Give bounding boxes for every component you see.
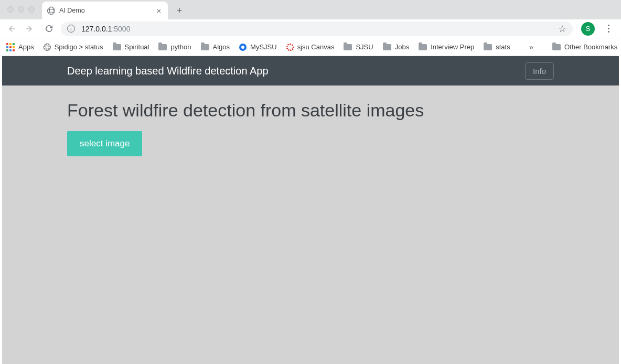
app-title: Deep learning based Wildfire detection A…	[67, 65, 269, 77]
select-image-button[interactable]: select image	[67, 131, 142, 156]
window-close-icon[interactable]	[7, 6, 14, 13]
reload-button[interactable]	[42, 22, 56, 36]
nav-back-button[interactable]	[4, 22, 18, 36]
tab-title: AI Demo	[59, 7, 151, 14]
bookmarks-bar: Apps Spidigo > status Spiritual python A…	[0, 38, 621, 56]
other-bookmarks-label: Other Bookmarks	[564, 43, 617, 51]
apps-label: Apps	[18, 43, 34, 51]
bookmark-item-mysjsu[interactable]: MySJSU	[239, 43, 277, 51]
bookmark-label: Spiritual	[125, 43, 149, 51]
address-bar[interactable]: i 127.0.0.1:5000 ☆	[61, 22, 573, 36]
circle-icon	[239, 44, 247, 51]
viewport-edge	[619, 56, 621, 364]
bookmark-item-python[interactable]: python	[158, 43, 191, 51]
app-content: Forest wildfire detection from satellite…	[0, 85, 621, 171]
folder-icon	[383, 44, 391, 50]
folder-icon	[158, 44, 167, 50]
bookmark-label: Algos	[213, 43, 230, 51]
new-tab-button[interactable]: +	[172, 3, 187, 18]
app-header: Deep learning based Wildfire detection A…	[0, 56, 621, 85]
url-host: 127.0.0.1:5000	[81, 25, 130, 33]
folder-icon	[484, 44, 492, 50]
bookmark-item-sjsu-canvas[interactable]: sjsu Canvas	[286, 43, 335, 51]
folder-icon	[201, 44, 209, 50]
bookmark-label: SJSU	[356, 43, 373, 51]
window-maximize-icon[interactable]	[28, 6, 35, 13]
bookmarks-overflow-button[interactable]: »	[529, 42, 533, 51]
bookmark-item-algos[interactable]: Algos	[201, 43, 230, 51]
bookmark-item-sjsu[interactable]: SJSU	[344, 43, 373, 51]
browser-toolbar: i 127.0.0.1:5000 ☆ S	[0, 19, 621, 38]
bookmark-label: Jobs	[395, 43, 409, 51]
browser-menu-button[interactable]	[603, 25, 614, 33]
bookmark-label: MySJSU	[250, 43, 277, 51]
info-button[interactable]: Info	[525, 62, 554, 80]
folder-icon	[552, 44, 561, 50]
bookmark-item-stats[interactable]: stats	[484, 43, 510, 51]
page-viewport: Deep learning based Wildfire detection A…	[0, 56, 621, 364]
browser-window-top: AI Demo × +	[0, 0, 621, 19]
folder-icon	[344, 44, 352, 50]
window-controls	[7, 6, 35, 13]
arrow-right-icon	[25, 24, 35, 34]
bookmark-item-interview-prep[interactable]: Interview Prep	[419, 43, 474, 51]
arrow-left-icon	[6, 24, 16, 34]
browser-tab[interactable]: AI Demo ×	[42, 2, 168, 19]
bookmark-label: Spidigo > status	[55, 43, 103, 51]
window-minimize-icon[interactable]	[18, 6, 24, 13]
apps-grid-icon	[6, 43, 15, 51]
folder-icon	[113, 44, 121, 50]
reload-icon	[45, 24, 53, 33]
bookmark-label: Interview Prep	[431, 43, 474, 51]
viewport-edge	[0, 56, 2, 364]
profile-avatar[interactable]: S	[581, 22, 595, 36]
page-heading: Forest wildfire detection from satellite…	[67, 100, 554, 121]
bookmark-label: sjsu Canvas	[297, 43, 335, 51]
apps-button[interactable]: Apps	[6, 43, 34, 51]
bookmark-item-jobs[interactable]: Jobs	[383, 43, 409, 51]
bookmark-star-icon[interactable]: ☆	[558, 23, 566, 35]
canvas-icon	[286, 44, 294, 51]
bookmark-item-spidigo[interactable]: Spidigo > status	[44, 43, 103, 51]
globe-icon	[44, 44, 51, 51]
close-tab-icon[interactable]: ×	[155, 7, 163, 14]
other-bookmarks-button[interactable]: Other Bookmarks	[552, 43, 617, 51]
bookmark-label: python	[170, 43, 191, 51]
bookmark-item-spiritual[interactable]: Spiritual	[113, 43, 149, 51]
folder-icon	[419, 44, 427, 50]
bookmark-label: stats	[496, 43, 510, 51]
site-info-icon[interactable]: i	[67, 25, 75, 33]
globe-icon	[47, 7, 55, 15]
nav-forward-button[interactable]	[23, 22, 37, 36]
